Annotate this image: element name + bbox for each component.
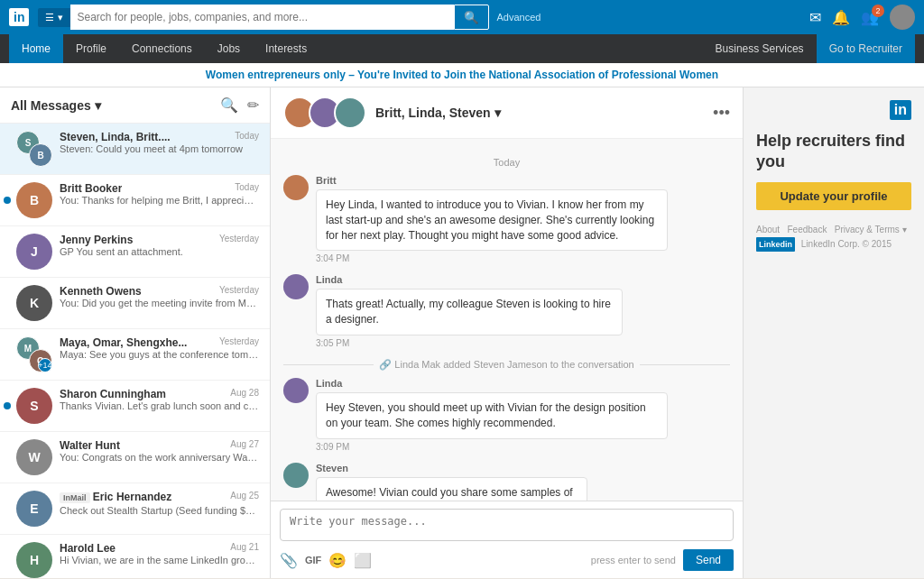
more-options-icon[interactable]: ••• bbox=[713, 104, 730, 123]
unread-indicator bbox=[4, 197, 11, 204]
nav-business-services[interactable]: Business Services bbox=[703, 34, 817, 63]
message-time: Yesterday bbox=[219, 285, 259, 298]
attach-file-icon[interactable]: 📎 bbox=[280, 552, 298, 569]
sender-name: Britt bbox=[316, 175, 730, 186]
list-item[interactable]: E InMail Eric Hernandez Aug 25 Check out… bbox=[0, 483, 270, 535]
footer-privacy-link[interactable]: Privacy & Terms ▾ bbox=[835, 225, 907, 234]
search-input[interactable] bbox=[70, 5, 455, 30]
dropdown-icon: ▾ bbox=[95, 98, 101, 113]
press-enter-label: press enter to send bbox=[591, 555, 676, 565]
multi-avatar: S B bbox=[16, 131, 52, 167]
message-preview: Maya: See you guys at the conference tom… bbox=[60, 349, 259, 360]
send-button[interactable]: Send bbox=[683, 549, 734, 571]
list-item[interactable]: K Kenneth Owens Yesterday You: Did you g… bbox=[0, 278, 270, 329]
message-sender-name: Kenneth Owens bbox=[60, 285, 142, 298]
message-input[interactable] bbox=[280, 509, 734, 541]
emoji-icon[interactable]: 😊 bbox=[328, 552, 346, 569]
list-item[interactable]: S B Steven, Linda, Britt.... Today Steve… bbox=[0, 124, 270, 175]
copyright-text: LinkedIn Corp. © 2015 bbox=[801, 239, 892, 249]
conversation-title[interactable]: Britt, Linda, Steven ▾ bbox=[375, 106, 713, 120]
message-sender-name: InMail Eric Hernandez bbox=[60, 491, 171, 505]
list-item[interactable]: B Britt Booker Today You: Thanks for hel… bbox=[0, 175, 270, 226]
search-submit-button[interactable]: 🔍 bbox=[454, 5, 489, 30]
multi-avatar: M O +14 bbox=[16, 336, 52, 372]
message-content: Harold Lee Aug 21 Hi Vivian, we are in t… bbox=[60, 542, 259, 565]
compose-message-icon[interactable]: ✏ bbox=[247, 96, 259, 114]
nav-connections[interactable]: Connections bbox=[119, 34, 205, 63]
announcement-bar[interactable]: Women entrepreneurs only – You're Invite… bbox=[0, 63, 924, 87]
system-message: 🔗 Linda Mak added Steven Jameson to the … bbox=[283, 359, 730, 371]
list-item[interactable]: H Harold Lee Aug 21 Hi Vivian, we are in… bbox=[0, 535, 270, 578]
sender-name: Steven bbox=[316, 463, 635, 473]
avatar[interactable] bbox=[890, 5, 915, 30]
avatar: B bbox=[16, 182, 52, 218]
search-bar: ☰ ▾ 🔍 bbox=[38, 5, 489, 30]
message-input-area: 📎 GIF 😊 ⬜ press enter to send Send bbox=[271, 501, 743, 578]
search-menu-button[interactable]: ☰ ▾ bbox=[38, 8, 69, 27]
sender-avatar bbox=[283, 175, 309, 200]
message-content: Jenny Perkins Yesterday GP You sent an a… bbox=[60, 234, 259, 257]
all-messages-dropdown[interactable]: All Messages ▾ bbox=[11, 98, 220, 113]
nav-interests[interactable]: Interests bbox=[253, 34, 319, 63]
message-preview: Steven: Could you meet at 4pm tomorrow bbox=[60, 143, 259, 154]
nav-profile[interactable]: Profile bbox=[63, 34, 119, 63]
announcement-link[interactable]: Women entrepreneurs only – You're Invite… bbox=[206, 69, 718, 81]
message-time: Aug 28 bbox=[230, 388, 259, 400]
message-sender-name: Steven, Linda, Britt.... bbox=[60, 131, 171, 143]
message-timestamp: 3:04 PM bbox=[316, 253, 730, 263]
footer-feedback-link[interactable]: Feedback bbox=[787, 225, 827, 234]
linkedin-small-logo: Linkedin bbox=[756, 237, 795, 252]
update-profile-button[interactable]: Update your profile bbox=[756, 182, 911, 210]
message-timestamp: 3:05 PM bbox=[316, 338, 677, 348]
gif-icon[interactable]: GIF bbox=[305, 555, 321, 565]
nav-home[interactable]: Home bbox=[9, 34, 63, 63]
list-item[interactable]: M O +14 Maya, Omar, Shengxhe... Yesterda… bbox=[0, 329, 270, 381]
search-messages-icon[interactable]: 🔍 bbox=[220, 96, 238, 114]
footer-links: About Feedback Privacy & Terms ▾ Linkedi… bbox=[756, 223, 911, 252]
list-item[interactable]: S Sharon Cunningham Aug 28 Thanks Vivian… bbox=[0, 381, 270, 432]
message-sender-name: Britt Booker bbox=[60, 182, 122, 195]
more-tools-icon[interactable]: ⬜ bbox=[354, 552, 372, 569]
message-content: Britt Booker Today You: Thanks for helpi… bbox=[60, 182, 259, 206]
linkedin-logo-right: in bbox=[890, 100, 911, 120]
message-time: Aug 25 bbox=[230, 491, 259, 505]
advanced-search-link[interactable]: Advanced bbox=[496, 12, 541, 23]
message-bubble: Thats great! Actually, my colleague Stev… bbox=[316, 289, 623, 335]
message-preview: Thanks Vivian. Let's grab lunch soon and… bbox=[60, 400, 259, 411]
unread-indicator bbox=[4, 402, 11, 409]
message-group: Steven Awesome! Vivian could you share s… bbox=[283, 463, 730, 501]
message-sender-name: Harold Lee bbox=[60, 542, 116, 555]
conversation-messages: Today Britt Hey Linda, I wanted to intro… bbox=[271, 139, 743, 501]
message-group: Linda Hey Steven, you should meet up wit… bbox=[283, 378, 730, 452]
sender-avatar bbox=[283, 378, 309, 403]
message-list-actions: 🔍 ✏ bbox=[220, 96, 259, 114]
top-navigation-bar: in ☰ ▾ 🔍 Advanced ✉ 🔔 👥 2 bbox=[0, 0, 924, 34]
network-icon[interactable]: 👥 2 bbox=[861, 9, 879, 26]
message-preview: Check out Stealth Startup (Seed funding … bbox=[60, 505, 259, 516]
message-list-header: All Messages ▾ 🔍 ✏ bbox=[0, 87, 270, 124]
nav-jobs[interactable]: Jobs bbox=[205, 34, 253, 63]
message-sender-name: Maya, Omar, Shengxhe... bbox=[60, 336, 187, 349]
footer-about-link[interactable]: About bbox=[756, 225, 780, 234]
main-layout: All Messages ▾ 🔍 ✏ S B Steven, Linda, Br… bbox=[0, 87, 924, 578]
conversation-panel: Britt, Linda, Steven ▾ ••• Today Britt H… bbox=[271, 87, 744, 578]
message-bubble: Hey Linda, I wanted to introduce you to … bbox=[316, 189, 668, 251]
message-time: Today bbox=[235, 182, 259, 195]
messages-icon[interactable]: ✉ bbox=[809, 9, 821, 26]
message-preview: You: Thanks for helping me Britt, I appr… bbox=[60, 195, 259, 206]
all-messages-label: All Messages bbox=[11, 98, 91, 113]
message-sender-name: Sharon Cunningham bbox=[60, 388, 166, 400]
message-content: Steven, Linda, Britt.... Today Steven: C… bbox=[60, 131, 259, 154]
message-preview: You: Did you get the meeting invite from… bbox=[60, 298, 259, 308]
notifications-icon[interactable]: 🔔 bbox=[832, 9, 850, 26]
nav-go-to-recruiter[interactable]: Go to Recruiter bbox=[817, 34, 915, 63]
inmail-badge: InMail bbox=[60, 492, 90, 503]
sender-avatar bbox=[283, 274, 309, 299]
avatar: E bbox=[16, 491, 52, 527]
message-content: Walter Hunt Aug 27 You: Congrats on the … bbox=[60, 439, 259, 463]
list-item[interactable]: W Walter Hunt Aug 27 You: Congrats on th… bbox=[0, 432, 270, 483]
sender-name: Linda bbox=[316, 274, 677, 285]
message-items-list: S B Steven, Linda, Britt.... Today Steve… bbox=[0, 124, 270, 578]
message-time: Today bbox=[235, 131, 259, 143]
list-item[interactable]: J Jenny Perkins Yesterday GP You sent an… bbox=[0, 226, 270, 278]
